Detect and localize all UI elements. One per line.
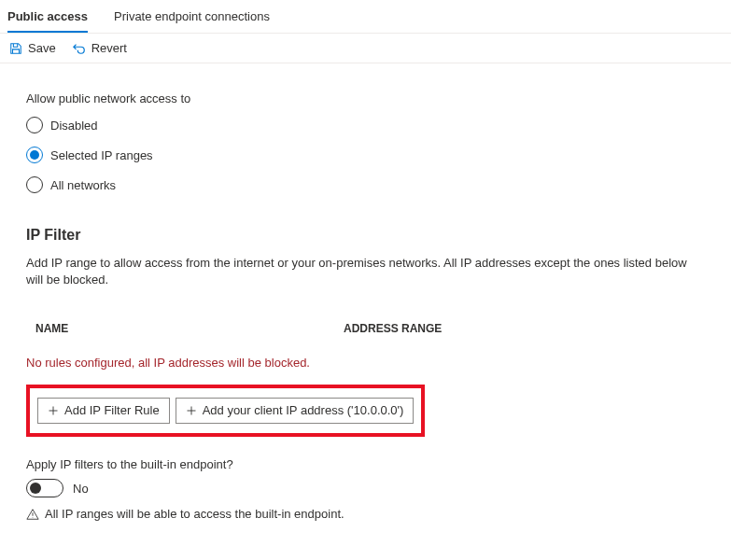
col-range-header: ADDRESS RANGE [344, 322, 696, 335]
builtin-info-text: All IP ranges will be able to access the… [45, 507, 344, 521]
radio-label: Selected IP ranges [50, 148, 153, 162]
radio-icon [26, 117, 43, 133]
save-label: Save [28, 41, 56, 55]
revert-icon [73, 42, 86, 55]
builtin-endpoint-question: Apply IP filters to the built-in endpoin… [26, 457, 705, 471]
revert-label: Revert [91, 41, 127, 55]
ip-filter-heading: IP Filter [26, 227, 705, 244]
ip-filter-table-header: NAME ADDRESS RANGE [26, 315, 705, 343]
toolbar: Save Revert [0, 34, 731, 63]
builtin-toggle-value: No [73, 482, 89, 496]
tab-public-access[interactable]: Public access [7, 6, 88, 33]
revert-button[interactable]: Revert [73, 41, 127, 55]
highlight-box: Add IP Filter Rule Add your client IP ad… [26, 385, 425, 437]
ip-filter-description: Add IP range to allow access from the in… [26, 255, 705, 288]
add-client-ip-button[interactable]: Add your client IP address ('10.0.0.0') [176, 398, 415, 424]
plus-icon [186, 405, 197, 416]
save-icon [9, 42, 22, 55]
radio-selected-ip-ranges[interactable]: Selected IP ranges [26, 147, 705, 163]
radio-icon [26, 147, 43, 163]
builtin-toggle-row: No [26, 479, 705, 497]
access-label: Allow public network access to [26, 91, 705, 105]
save-button[interactable]: Save [9, 41, 56, 55]
add-ip-filter-rule-button[interactable]: Add IP Filter Rule [37, 398, 170, 424]
tab-private-endpoint[interactable]: Private endpoint connections [114, 6, 270, 33]
toggle-knob [30, 483, 41, 494]
radio-all-networks[interactable]: All networks [26, 176, 705, 193]
builtin-toggle[interactable] [26, 479, 63, 497]
warning-icon [26, 508, 39, 521]
tab-bar: Public access Private endpoint connectio… [0, 0, 731, 34]
content-area: Allow public network access to Disabled … [0, 63, 731, 539]
plus-icon [48, 405, 59, 416]
button-label: Add IP Filter Rule [64, 402, 160, 419]
button-label: Add your client IP address ('10.0.0.0') [203, 402, 404, 419]
builtin-info-row: All IP ranges will be able to access the… [26, 507, 705, 521]
radio-label: Disabled [50, 119, 98, 133]
radio-icon [26, 176, 43, 193]
radio-label: All networks [50, 178, 116, 192]
col-name-header: NAME [35, 322, 344, 335]
access-radio-group: Disabled Selected IP ranges All networks [26, 117, 705, 193]
radio-disabled[interactable]: Disabled [26, 117, 705, 133]
ip-filter-empty-message: No rules configured, all IP addresses wi… [26, 356, 705, 370]
